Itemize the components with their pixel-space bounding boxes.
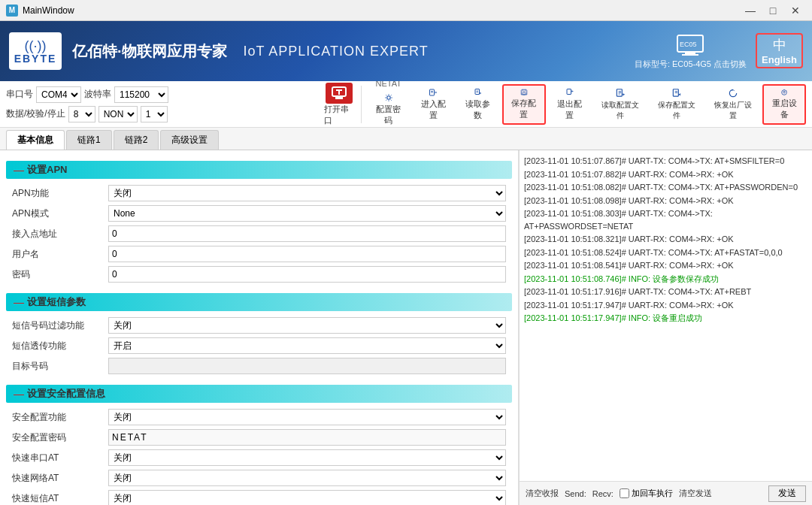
minimize-button[interactable]: — — [740, 3, 761, 18]
maximize-button[interactable]: □ — [762, 3, 783, 18]
queue-checkbox-label[interactable]: 加回车执行 — [620, 488, 673, 499]
apn-username-input[interactable] — [108, 246, 506, 262]
security-title: 设置安全配置信息 — [27, 387, 105, 401]
log-entry: [2023-11-01 10:51:08.524]# UART-TX: COM4… — [524, 246, 807, 259]
tab-link2[interactable]: 链路2 — [114, 130, 159, 150]
sms-relay-select[interactable]: 开启关闭 — [108, 337, 506, 354]
open-port-button[interactable]: 打开串口 — [324, 83, 356, 126]
log-entry: [2023-11-01 10:51:08.746]# INFO: 设备参数保存成… — [524, 273, 807, 286]
baud-select[interactable]: 11520096001920038400 — [114, 86, 168, 103]
header: ((·)) EBYTE 亿佰特·物联网应用专家 IoT APPLICATION … — [0, 21, 812, 81]
left-panel: — 设置APN APN功能 关闭开启 APN模式 NoneAutoManual … — [0, 150, 519, 505]
fast-sms-at-control: 关闭开启 — [108, 490, 506, 505]
log-entry: [2023-11-01 10:51:08.541]# UART-RX: COM4… — [524, 259, 807, 272]
restart-label: 重启设备 — [768, 98, 800, 120]
security-func-label: 安全配置功能 — [12, 409, 102, 425]
security-form: 安全配置功能 关闭开启 安全配置密码 快速串口AT 关闭开启 快速网络AT 关闭… — [6, 409, 512, 505]
sms-filter-select[interactable]: 关闭开启 — [108, 317, 506, 334]
svg-rect-12 — [475, 89, 480, 94]
language-button[interactable]: 中 English — [756, 33, 803, 68]
read-config-file-button[interactable]: 读取配置文件 — [593, 84, 647, 125]
tab-advanced[interactable]: 高级设置 — [160, 130, 219, 150]
log-entry: [2023-11-01 10:51:07.867]# UART-TX: COM4… — [524, 155, 807, 168]
logo-text: EBYTE — [14, 53, 57, 65]
fast-sms-at-select[interactable]: 关闭开启 — [108, 490, 506, 505]
dash-icon-3: — — [14, 388, 24, 400]
apn-func-control: 关闭开启 — [108, 185, 506, 201]
tab-basic-info[interactable]: 基本信息 — [6, 130, 65, 150]
sms-relay-control: 开启关闭 — [108, 337, 506, 354]
exit-config-button[interactable]: 退出配置 — [549, 84, 591, 125]
apn-func-select[interactable]: 关闭开启 — [108, 185, 506, 201]
enter-config-button[interactable]: 进入配置 — [412, 84, 454, 125]
log-entry: [2023-11-01 10:51:17.947]# INFO: 设备重启成功 — [524, 312, 807, 325]
window-controls: — □ ✕ — [740, 3, 806, 18]
data-parity-stop-label: 数据/校验/停止 — [6, 107, 65, 120]
tab-link1[interactable]: 链路1 — [66, 130, 112, 150]
target-number-control — [108, 358, 506, 374]
target-model-label: 目标型号: EC05-4G5 点击切换 — [635, 59, 747, 69]
parity-select[interactable]: NONEODDEVEN — [98, 106, 138, 122]
monitor-icon: EC05 — [675, 33, 705, 59]
fast-network-at-select[interactable]: 关闭开启 — [108, 470, 506, 486]
apn-section-header: — 设置APN — [6, 161, 512, 179]
restore-label: 恢复出厂设置 — [711, 100, 754, 121]
exit-config-label: 退出配置 — [554, 98, 586, 121]
save-config-button[interactable]: 保存配置 — [502, 84, 546, 125]
clear-send-button[interactable]: 清空发送 — [679, 488, 712, 499]
data-bits-select[interactable]: 87 — [68, 106, 95, 122]
target-number-input[interactable] — [108, 358, 506, 374]
apn-mode-select[interactable]: NoneAutoManual — [108, 205, 506, 222]
restart-button[interactable]: 重启设备 — [762, 84, 806, 125]
log-entry: [2023-11-01 10:51:08.321]# UART-RX: COM4… — [524, 233, 807, 246]
log-panel: [2023-11-01 10:51:07.867]# UART-TX: COM4… — [519, 150, 812, 505]
restore-factory-button[interactable]: 恢复出厂设置 — [706, 84, 759, 125]
enter-config-icon — [424, 88, 442, 97]
brand-chinese: 亿佰特·物联网应用专家 — [72, 41, 227, 62]
log-entry: [2023-11-01 10:51:08.082]# UART-TX: COM4… — [524, 181, 807, 194]
separator-1 — [361, 86, 362, 123]
apn-access-control — [108, 225, 506, 242]
serial-port-icon — [326, 83, 353, 104]
apn-access-input[interactable] — [108, 225, 506, 242]
save-config-file-label: 保存配置文件 — [655, 100, 698, 121]
chinese-icon: 中 — [773, 36, 786, 54]
stop-bits-select[interactable]: 12 — [141, 106, 168, 122]
sms-form: 短信号码过滤功能 关闭开启 短信透传功能 开启关闭 目标号码 — [6, 317, 512, 380]
baud-rate-label: 波特率 — [84, 88, 111, 101]
config-password-button[interactable]: 配置密码 — [368, 89, 409, 130]
read-params-icon — [469, 88, 487, 97]
header-right: EC05 目标型号: EC05-4G5 点击切换 中 English — [635, 33, 803, 69]
log-entry: [2023-11-01 10:51:07.882]# UART-RX: COM4… — [524, 168, 807, 181]
read-config-file-label: 读取配置文件 — [598, 100, 641, 121]
lang-label: English — [762, 54, 797, 65]
fast-serial-at-select[interactable]: 关闭开启 — [108, 449, 506, 466]
read-params-button[interactable]: 读取参数 — [457, 84, 499, 125]
log-entry: [2023-11-01 10:51:08.098]# UART-RX: COM4… — [524, 195, 807, 207]
security-pwd-input[interactable] — [108, 429, 506, 446]
fast-network-at-control: 关闭开启 — [108, 470, 506, 486]
target-model-button[interactable]: EC05 目标型号: EC05-4G5 点击切换 — [635, 33, 747, 69]
sms-title: 设置短信参数 — [27, 295, 86, 309]
read-params-label: 读取参数 — [462, 98, 494, 121]
port-number-label: 串口号 — [6, 88, 33, 101]
queue-checkbox[interactable] — [620, 488, 629, 498]
svg-point-8 — [387, 95, 390, 98]
gear-icon — [380, 93, 397, 102]
apn-username-control — [108, 246, 506, 262]
sms-filter-control: 关闭开启 — [108, 317, 506, 334]
clear-recv-button[interactable]: 清空收报 — [526, 488, 559, 499]
save-config-file-button[interactable]: 保存配置文件 — [650, 84, 703, 125]
dash-icon-2: — — [14, 296, 24, 308]
enter-config-label: 进入配置 — [417, 98, 449, 121]
svg-rect-16 — [567, 89, 571, 94]
log-entry: [2023-11-01 10:51:17.916]# UART-TX: COM4… — [524, 286, 807, 298]
log-entry: [2023-11-01 10:51:17.947]# UART-RX: COM4… — [524, 299, 807, 312]
close-button[interactable]: ✕ — [785, 3, 806, 18]
apn-form: APN功能 关闭开启 APN模式 NoneAutoManual 接入点地址 用户… — [6, 185, 512, 289]
send-button[interactable]: 发送 — [768, 485, 806, 502]
apn-password-input[interactable] — [108, 266, 506, 283]
port-select[interactable]: COM4COM1COM2COM3 — [36, 86, 81, 103]
security-func-select[interactable]: 关闭开启 — [108, 409, 506, 425]
port-group: 串口号 COM4COM1COM2COM3 波特率 115200960019200… — [6, 86, 317, 122]
